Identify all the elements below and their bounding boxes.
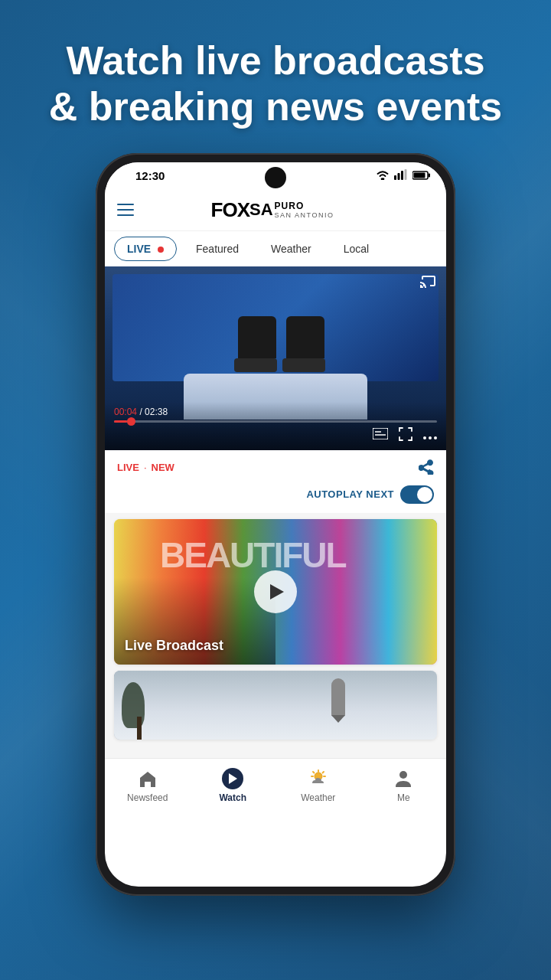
tab-local[interactable]: Local bbox=[331, 237, 382, 261]
nav-label-watch: Watch bbox=[219, 792, 246, 803]
svg-marker-13 bbox=[229, 773, 237, 784]
svg-line-18 bbox=[322, 772, 324, 773]
wifi-icon bbox=[376, 169, 390, 183]
svg-rect-1 bbox=[398, 173, 400, 180]
autoplay-label: AUTOPLAY NEXT bbox=[306, 488, 394, 500]
person-icon bbox=[393, 768, 414, 789]
svg-rect-5 bbox=[429, 173, 431, 177]
nav-item-newsfeed[interactable]: Newsfeed bbox=[121, 768, 174, 803]
bottom-padding bbox=[105, 746, 446, 758]
logo-fox: FOX bbox=[211, 198, 249, 222]
play-triangle-icon bbox=[270, 584, 284, 599]
logo-sa: SA bbox=[249, 200, 273, 220]
svg-rect-3 bbox=[405, 169, 407, 180]
new-label: NEW bbox=[152, 462, 174, 473]
video-card-rocket[interactable] bbox=[114, 671, 437, 740]
video-player[interactable]: 00:04 / 02:38 bbox=[105, 266, 446, 450]
status-icons bbox=[376, 169, 431, 183]
status-time: 12:30 bbox=[135, 169, 165, 182]
svg-rect-7 bbox=[373, 428, 388, 439]
video-time: 00:04 / 02:38 bbox=[114, 407, 437, 417]
nav-item-weather[interactable]: Weather bbox=[292, 768, 345, 803]
svg-rect-0 bbox=[394, 175, 396, 180]
subtitles-icon[interactable] bbox=[373, 428, 388, 443]
video-progress-fill bbox=[114, 420, 127, 423]
app-logo: FOX SA PURO SAN ANTONIO bbox=[211, 198, 334, 222]
svg-rect-2 bbox=[401, 171, 403, 180]
separator: · bbox=[144, 462, 147, 473]
weather-icon bbox=[308, 768, 329, 789]
svg-point-11 bbox=[429, 436, 432, 439]
live-badge: LIVE · NEW bbox=[117, 462, 174, 473]
nav-item-me[interactable]: Me bbox=[377, 768, 430, 803]
toggle-knob bbox=[417, 487, 432, 502]
tab-featured[interactable]: Featured bbox=[183, 237, 252, 261]
app-header: FOX SA PURO SAN ANTONIO bbox=[105, 190, 446, 231]
fullscreen-icon[interactable] bbox=[399, 427, 412, 444]
tab-live[interactable]: LIVE bbox=[114, 237, 177, 261]
video-title-overlay: Live Broadcast bbox=[125, 638, 426, 654]
cast-button[interactable] bbox=[420, 274, 437, 291]
play-button[interactable] bbox=[254, 570, 297, 613]
tab-weather[interactable]: Weather bbox=[258, 237, 324, 261]
live-bar: LIVE · NEW bbox=[105, 450, 446, 485]
video-controls: 00:04 / 02:38 bbox=[105, 402, 446, 450]
autoplay-row: AUTOPLAY NEXT bbox=[105, 485, 446, 513]
svg-point-21 bbox=[399, 771, 407, 779]
svg-line-17 bbox=[313, 772, 315, 773]
hero-title: Watch live broadcasts & breaking news ev… bbox=[49, 38, 502, 130]
svg-rect-6 bbox=[414, 172, 425, 178]
menu-button[interactable] bbox=[117, 204, 134, 216]
studio-chair-right bbox=[282, 316, 328, 377]
tabs-bar: LIVE Featured Weather Local bbox=[105, 231, 446, 266]
svg-point-10 bbox=[423, 436, 426, 439]
video-thumb-broadcast: BEAUTIFUL Live Broadcast bbox=[114, 519, 437, 665]
video-progress-dot bbox=[127, 417, 135, 426]
battery-icon bbox=[412, 169, 431, 183]
logo-puro: PURO SAN ANTONIO bbox=[275, 201, 334, 219]
rocket-icon bbox=[331, 678, 345, 717]
more-options-icon[interactable] bbox=[423, 429, 437, 443]
phone-screen: 12:30 bbox=[105, 162, 446, 887]
nav-item-watch[interactable]: Watch bbox=[206, 768, 259, 803]
play-icon bbox=[222, 768, 243, 789]
video-progress-bar[interactable] bbox=[114, 420, 437, 423]
content-area: LIVE · NEW AUTOPLAY NEXT bbox=[105, 450, 446, 758]
phone-shell: 12:30 bbox=[96, 153, 455, 896]
live-dot bbox=[158, 247, 164, 253]
share-button[interactable] bbox=[419, 458, 434, 478]
bottom-nav: Newsfeed Watch bbox=[105, 758, 446, 819]
video-card-broadcast[interactable]: BEAUTIFUL Live Broadcast bbox=[114, 519, 437, 665]
live-label: LIVE bbox=[117, 462, 139, 473]
nav-label-me: Me bbox=[397, 792, 410, 803]
home-icon bbox=[137, 768, 158, 789]
nav-label-newsfeed: Newsfeed bbox=[127, 792, 168, 803]
video-card-title: Live Broadcast bbox=[125, 638, 223, 653]
hero-section: Watch live broadcasts & breaking news ev… bbox=[3, 0, 548, 153]
autoplay-toggle[interactable] bbox=[400, 485, 434, 504]
status-bar: 12:30 bbox=[105, 162, 446, 190]
nav-label-weather: Weather bbox=[301, 792, 335, 803]
studio-chair-left bbox=[234, 316, 280, 377]
thumb-bg-rocket bbox=[114, 671, 437, 740]
video-icon-row bbox=[114, 427, 437, 444]
svg-point-12 bbox=[434, 436, 437, 439]
signal-icon bbox=[394, 169, 408, 183]
